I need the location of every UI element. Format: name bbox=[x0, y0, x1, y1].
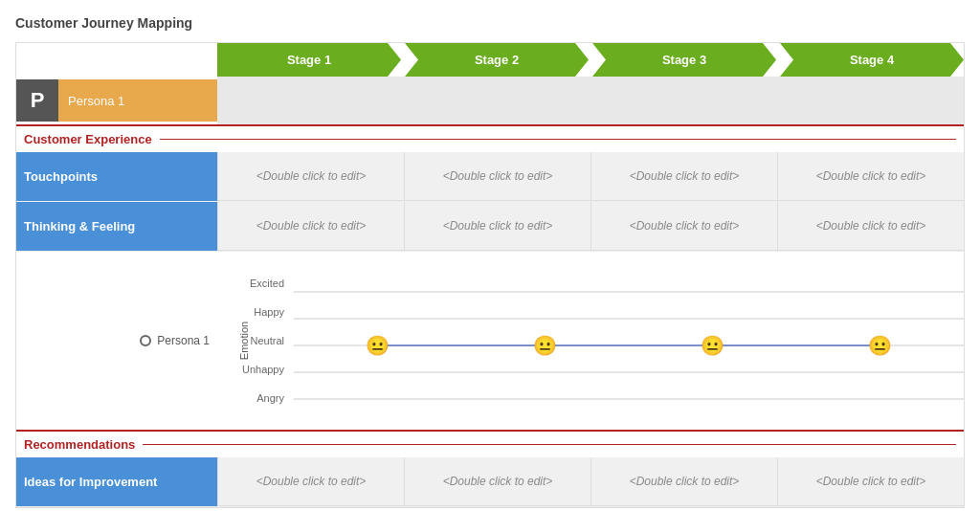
ideas-label: Ideas for Improvement bbox=[16, 457, 217, 506]
emoji-stage4: 😐 bbox=[868, 336, 892, 355]
y-label-happy: Happy bbox=[233, 306, 290, 318]
thinking-cell-1[interactable]: <Double click to edit> bbox=[217, 202, 404, 251]
ideas-cells: <Double click to edit> <Double click to … bbox=[217, 457, 964, 506]
stage-1: Stage 1 bbox=[217, 43, 401, 77]
persona-icon: P bbox=[16, 79, 58, 122]
thinking-feeling-cells: <Double click to edit> <Double click to … bbox=[217, 202, 964, 251]
ideas-cell-2[interactable]: <Double click to edit> bbox=[404, 457, 590, 506]
legend-circle bbox=[140, 335, 151, 346]
thinking-cell-4[interactable]: <Double click to edit> bbox=[777, 202, 964, 251]
stages-header: Stage 1 Stage 2 Stage 3 Stage 4 bbox=[217, 43, 964, 77]
page-container: Customer Journey Mapping Stage 1 Stage 2… bbox=[15, 15, 965, 508]
touchpoints-row: Touchpoints <Double click to edit> <Doub… bbox=[16, 152, 964, 202]
persona-row: P Persona 1 bbox=[16, 77, 964, 124]
thinking-cell-2[interactable]: <Double click to edit> bbox=[404, 202, 590, 251]
legend-label: Persona 1 bbox=[157, 334, 210, 347]
ideas-cell-3[interactable]: <Double click to edit> bbox=[590, 457, 777, 506]
thinking-feeling-row: Thinking & Feeling <Double click to edit… bbox=[16, 202, 964, 252]
touchpoints-cells: <Double click to edit> <Double click to … bbox=[217, 152, 964, 201]
stage-4: Stage 4 bbox=[780, 43, 964, 77]
emotion-axis-label: Emotion bbox=[238, 322, 250, 360]
journey-map: Stage 1 Stage 2 Stage 3 Stage 4 P Person… bbox=[15, 42, 965, 508]
thinking-feeling-label: Thinking & Feeling bbox=[16, 202, 217, 251]
recommendations-divider: Recommendations bbox=[16, 430, 964, 457]
persona-name: Persona 1 bbox=[58, 79, 217, 122]
touchpoints-cell-2[interactable]: <Double click to edit> bbox=[404, 152, 590, 201]
persona-content bbox=[217, 77, 964, 124]
y-label-angry: Angry bbox=[233, 392, 290, 404]
persona-label-cell: P Persona 1 bbox=[16, 77, 217, 124]
chart-content: 😐 😐 😐 😐 bbox=[294, 278, 964, 412]
customer-experience-divider: Customer Experience bbox=[16, 124, 964, 152]
ideas-cell-4[interactable]: <Double click to edit> bbox=[777, 457, 964, 506]
ideas-cell-1[interactable]: <Double click to edit> bbox=[217, 457, 404, 506]
ideas-row: Ideas for Improvement <Double click to e… bbox=[16, 457, 964, 507]
y-label-unhappy: Unhappy bbox=[233, 364, 290, 375]
customer-experience-title: Customer Experience bbox=[24, 132, 152, 146]
divider-line bbox=[160, 139, 956, 140]
touchpoints-cell-3[interactable]: <Double click to edit> bbox=[590, 152, 777, 201]
page-title: Customer Journey Mapping bbox=[15, 15, 965, 31]
recommendations-title: Recommendations bbox=[24, 437, 135, 452]
emotion-section: Persona 1 Excited Happy Neutral Unhappy … bbox=[16, 252, 964, 430]
chart-svg bbox=[294, 278, 964, 412]
emoji-stage1: 😐 bbox=[366, 336, 390, 355]
touchpoints-cell-1[interactable]: <Double click to edit> bbox=[217, 152, 404, 201]
touchpoints-cell-4[interactable]: <Double click to edit> bbox=[777, 152, 964, 201]
stage-2: Stage 2 bbox=[405, 43, 589, 77]
thinking-cell-3[interactable]: <Double click to edit> bbox=[590, 202, 777, 251]
emoji-stage2: 😐 bbox=[533, 336, 557, 355]
y-label-excited: Excited bbox=[233, 278, 290, 289]
emoji-stage3: 😐 bbox=[701, 336, 724, 355]
persona-legend: Persona 1 bbox=[140, 334, 210, 347]
recommendations-line bbox=[143, 444, 956, 445]
emotion-legend: Persona 1 bbox=[16, 259, 217, 422]
touchpoints-label: Touchpoints bbox=[16, 152, 217, 201]
emotion-chart: Excited Happy Neutral Unhappy Angry Emot… bbox=[217, 259, 964, 422]
stage-3: Stage 3 bbox=[592, 43, 776, 77]
